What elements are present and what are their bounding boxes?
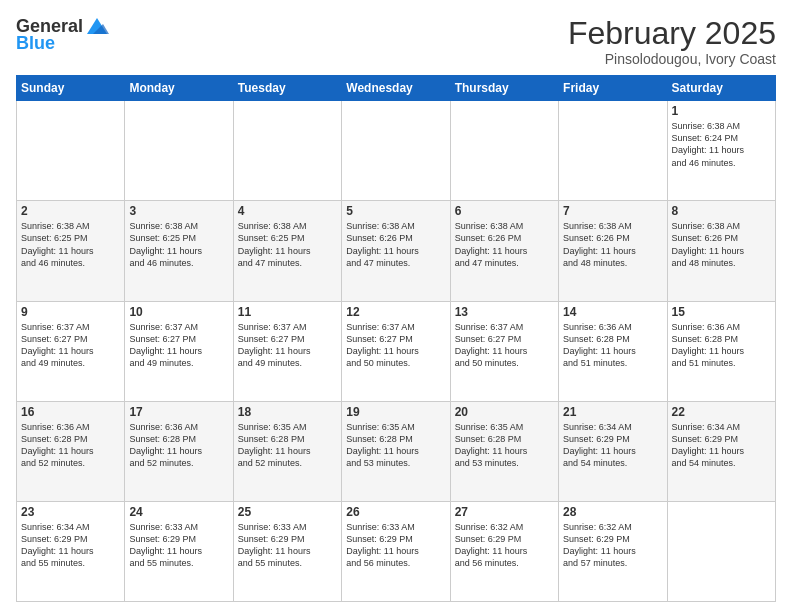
day-info: Sunrise: 6:38 AM Sunset: 6:26 PM Dayligh… — [346, 220, 445, 269]
day-number: 12 — [346, 305, 445, 319]
calendar-cell: 13Sunrise: 6:37 AM Sunset: 6:27 PM Dayli… — [450, 301, 558, 401]
day-info: Sunrise: 6:38 AM Sunset: 6:25 PM Dayligh… — [129, 220, 228, 269]
day-number: 1 — [672, 104, 771, 118]
calendar-cell: 25Sunrise: 6:33 AM Sunset: 6:29 PM Dayli… — [233, 501, 341, 601]
day-number: 25 — [238, 505, 337, 519]
day-info: Sunrise: 6:33 AM Sunset: 6:29 PM Dayligh… — [238, 521, 337, 570]
weekday-header-monday: Monday — [125, 76, 233, 101]
calendar-cell — [125, 101, 233, 201]
day-info: Sunrise: 6:34 AM Sunset: 6:29 PM Dayligh… — [563, 421, 662, 470]
day-number: 18 — [238, 405, 337, 419]
title-block: February 2025 Pinsolodougou, Ivory Coast — [568, 16, 776, 67]
week-row-5: 23Sunrise: 6:34 AM Sunset: 6:29 PM Dayli… — [17, 501, 776, 601]
weekday-header-wednesday: Wednesday — [342, 76, 450, 101]
calendar-cell: 20Sunrise: 6:35 AM Sunset: 6:28 PM Dayli… — [450, 401, 558, 501]
header: General Blue February 2025 Pinsolodougou… — [16, 16, 776, 67]
week-row-3: 9Sunrise: 6:37 AM Sunset: 6:27 PM Daylig… — [17, 301, 776, 401]
day-info: Sunrise: 6:38 AM Sunset: 6:26 PM Dayligh… — [563, 220, 662, 269]
day-number: 19 — [346, 405, 445, 419]
calendar-cell: 4Sunrise: 6:38 AM Sunset: 6:25 PM Daylig… — [233, 201, 341, 301]
calendar-title: February 2025 — [568, 16, 776, 51]
day-number: 4 — [238, 204, 337, 218]
day-info: Sunrise: 6:34 AM Sunset: 6:29 PM Dayligh… — [21, 521, 120, 570]
day-info: Sunrise: 6:35 AM Sunset: 6:28 PM Dayligh… — [238, 421, 337, 470]
calendar-cell: 17Sunrise: 6:36 AM Sunset: 6:28 PM Dayli… — [125, 401, 233, 501]
calendar-cell: 23Sunrise: 6:34 AM Sunset: 6:29 PM Dayli… — [17, 501, 125, 601]
day-info: Sunrise: 6:38 AM Sunset: 6:25 PM Dayligh… — [238, 220, 337, 269]
day-info: Sunrise: 6:37 AM Sunset: 6:27 PM Dayligh… — [346, 321, 445, 370]
day-info: Sunrise: 6:33 AM Sunset: 6:29 PM Dayligh… — [129, 521, 228, 570]
weekday-header-friday: Friday — [559, 76, 667, 101]
calendar-cell — [342, 101, 450, 201]
day-number: 13 — [455, 305, 554, 319]
logo: General Blue — [16, 16, 111, 54]
day-info: Sunrise: 6:38 AM Sunset: 6:26 PM Dayligh… — [455, 220, 554, 269]
day-number: 16 — [21, 405, 120, 419]
calendar-cell: 22Sunrise: 6:34 AM Sunset: 6:29 PM Dayli… — [667, 401, 775, 501]
calendar-cell: 10Sunrise: 6:37 AM Sunset: 6:27 PM Dayli… — [125, 301, 233, 401]
day-info: Sunrise: 6:38 AM Sunset: 6:26 PM Dayligh… — [672, 220, 771, 269]
day-info: Sunrise: 6:36 AM Sunset: 6:28 PM Dayligh… — [129, 421, 228, 470]
day-number: 23 — [21, 505, 120, 519]
day-info: Sunrise: 6:36 AM Sunset: 6:28 PM Dayligh… — [563, 321, 662, 370]
calendar-cell — [17, 101, 125, 201]
calendar-cell: 6Sunrise: 6:38 AM Sunset: 6:26 PM Daylig… — [450, 201, 558, 301]
calendar-cell: 16Sunrise: 6:36 AM Sunset: 6:28 PM Dayli… — [17, 401, 125, 501]
day-number: 24 — [129, 505, 228, 519]
calendar-subtitle: Pinsolodougou, Ivory Coast — [568, 51, 776, 67]
day-number: 3 — [129, 204, 228, 218]
day-number: 10 — [129, 305, 228, 319]
calendar-cell: 19Sunrise: 6:35 AM Sunset: 6:28 PM Dayli… — [342, 401, 450, 501]
day-number: 22 — [672, 405, 771, 419]
calendar-cell — [667, 501, 775, 601]
weekday-header-saturday: Saturday — [667, 76, 775, 101]
calendar-cell: 24Sunrise: 6:33 AM Sunset: 6:29 PM Dayli… — [125, 501, 233, 601]
day-info: Sunrise: 6:37 AM Sunset: 6:27 PM Dayligh… — [129, 321, 228, 370]
day-info: Sunrise: 6:38 AM Sunset: 6:25 PM Dayligh… — [21, 220, 120, 269]
page: General Blue February 2025 Pinsolodougou… — [0, 0, 792, 612]
weekday-header-tuesday: Tuesday — [233, 76, 341, 101]
calendar-cell: 15Sunrise: 6:36 AM Sunset: 6:28 PM Dayli… — [667, 301, 775, 401]
day-number: 5 — [346, 204, 445, 218]
day-number: 17 — [129, 405, 228, 419]
week-row-1: 1Sunrise: 6:38 AM Sunset: 6:24 PM Daylig… — [17, 101, 776, 201]
calendar-cell: 12Sunrise: 6:37 AM Sunset: 6:27 PM Dayli… — [342, 301, 450, 401]
day-number: 15 — [672, 305, 771, 319]
day-info: Sunrise: 6:37 AM Sunset: 6:27 PM Dayligh… — [238, 321, 337, 370]
day-info: Sunrise: 6:34 AM Sunset: 6:29 PM Dayligh… — [672, 421, 771, 470]
calendar-cell — [559, 101, 667, 201]
day-info: Sunrise: 6:33 AM Sunset: 6:29 PM Dayligh… — [346, 521, 445, 570]
day-number: 14 — [563, 305, 662, 319]
day-info: Sunrise: 6:32 AM Sunset: 6:29 PM Dayligh… — [563, 521, 662, 570]
day-info: Sunrise: 6:35 AM Sunset: 6:28 PM Dayligh… — [455, 421, 554, 470]
calendar-table: SundayMondayTuesdayWednesdayThursdayFrid… — [16, 75, 776, 602]
logo-icon — [83, 16, 111, 38]
day-info: Sunrise: 6:35 AM Sunset: 6:28 PM Dayligh… — [346, 421, 445, 470]
logo-text-blue: Blue — [16, 34, 55, 54]
calendar-cell: 18Sunrise: 6:35 AM Sunset: 6:28 PM Dayli… — [233, 401, 341, 501]
day-info: Sunrise: 6:36 AM Sunset: 6:28 PM Dayligh… — [672, 321, 771, 370]
calendar-cell: 1Sunrise: 6:38 AM Sunset: 6:24 PM Daylig… — [667, 101, 775, 201]
calendar-cell: 9Sunrise: 6:37 AM Sunset: 6:27 PM Daylig… — [17, 301, 125, 401]
week-row-4: 16Sunrise: 6:36 AM Sunset: 6:28 PM Dayli… — [17, 401, 776, 501]
day-info: Sunrise: 6:37 AM Sunset: 6:27 PM Dayligh… — [21, 321, 120, 370]
day-number: 2 — [21, 204, 120, 218]
day-number: 27 — [455, 505, 554, 519]
day-number: 28 — [563, 505, 662, 519]
day-info: Sunrise: 6:37 AM Sunset: 6:27 PM Dayligh… — [455, 321, 554, 370]
day-number: 9 — [21, 305, 120, 319]
day-number: 6 — [455, 204, 554, 218]
calendar-cell: 21Sunrise: 6:34 AM Sunset: 6:29 PM Dayli… — [559, 401, 667, 501]
calendar-cell: 28Sunrise: 6:32 AM Sunset: 6:29 PM Dayli… — [559, 501, 667, 601]
calendar-cell: 27Sunrise: 6:32 AM Sunset: 6:29 PM Dayli… — [450, 501, 558, 601]
day-number: 11 — [238, 305, 337, 319]
week-row-2: 2Sunrise: 6:38 AM Sunset: 6:25 PM Daylig… — [17, 201, 776, 301]
calendar-cell: 7Sunrise: 6:38 AM Sunset: 6:26 PM Daylig… — [559, 201, 667, 301]
calendar-cell: 8Sunrise: 6:38 AM Sunset: 6:26 PM Daylig… — [667, 201, 775, 301]
day-info: Sunrise: 6:32 AM Sunset: 6:29 PM Dayligh… — [455, 521, 554, 570]
day-number: 8 — [672, 204, 771, 218]
day-number: 26 — [346, 505, 445, 519]
calendar-cell: 26Sunrise: 6:33 AM Sunset: 6:29 PM Dayli… — [342, 501, 450, 601]
calendar-cell: 2Sunrise: 6:38 AM Sunset: 6:25 PM Daylig… — [17, 201, 125, 301]
calendar-cell — [450, 101, 558, 201]
